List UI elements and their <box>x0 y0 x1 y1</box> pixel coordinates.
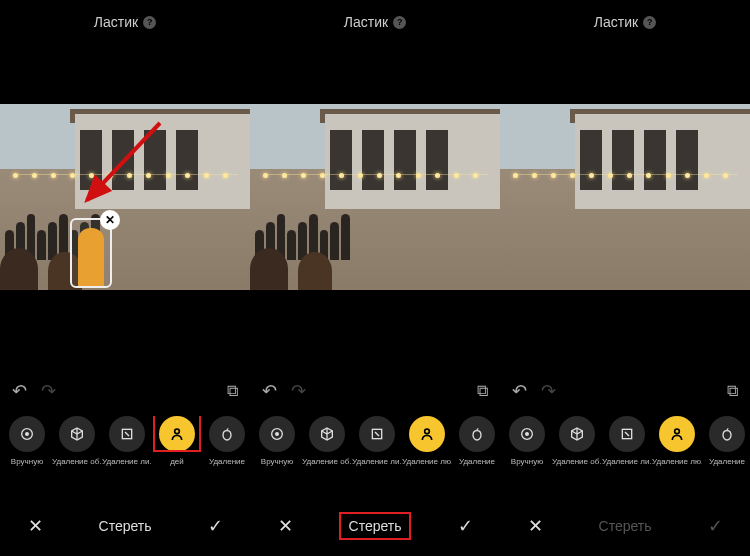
cancel-button[interactable]: ✕ <box>520 515 550 537</box>
cube-icon <box>559 416 595 452</box>
person-icon <box>159 416 195 452</box>
box-arrow-icon <box>609 416 645 452</box>
box-arrow-icon <box>109 416 145 452</box>
apple-icon <box>709 416 745 452</box>
photo-canvas[interactable]: ✕ <box>0 104 250 290</box>
tool-label: Удаление ли... <box>102 457 152 466</box>
tool-label: Удаление ли... <box>352 457 402 466</box>
tool-objects[interactable]: Удаление об... <box>554 416 600 466</box>
header: Ластик? <box>500 0 750 44</box>
edit-controls: ↶ ↷ ⧉ <box>500 380 750 402</box>
tool-lines[interactable]: Удаление ли... <box>354 416 400 466</box>
tool-label: Удаление лю... <box>402 457 452 466</box>
tool-label: Вручную <box>261 457 293 466</box>
edit-controls: ↶ ↷ ⧉ <box>0 380 250 402</box>
apple-icon <box>459 416 495 452</box>
panel-3: Ластик? ↶ ↷ ⧉ Вручную Удаление об... Уда… <box>500 0 750 556</box>
page-title: Ластик <box>594 14 638 30</box>
undo-icon[interactable]: ↶ <box>262 380 277 402</box>
tool-remove[interactable]: Удаление <box>204 416 250 466</box>
redo-icon[interactable]: ↷ <box>41 380 56 402</box>
apple-icon <box>209 416 245 452</box>
undo-icon[interactable]: ↶ <box>12 380 27 402</box>
tool-objects[interactable]: Удаление об... <box>304 416 350 466</box>
svg-point-4 <box>175 429 180 434</box>
tool-label: Удаление об... <box>302 457 352 466</box>
svg-point-6 <box>276 433 279 436</box>
svg-point-2 <box>26 433 29 436</box>
tool-lines[interactable]: Удаление ли... <box>604 416 650 466</box>
erase-button[interactable]: Стереть <box>91 514 160 538</box>
compare-icon[interactable]: ⧉ <box>477 382 488 400</box>
confirm-button[interactable]: ✓ <box>450 515 480 537</box>
cube-icon <box>309 416 345 452</box>
tool-label: Удаление <box>209 457 245 466</box>
page-title: Ластик <box>344 14 388 30</box>
tool-manual[interactable]: Вручную <box>4 416 50 466</box>
help-icon[interactable]: ? <box>393 16 406 29</box>
panel-1: Ластик? ✕ ↶ ↷ ⧉ Вручную Удаление об... У… <box>0 0 250 556</box>
photo-canvas[interactable] <box>500 104 750 290</box>
tool-label: Удаление ли... <box>602 457 652 466</box>
erase-button[interactable]: Стереть <box>339 512 412 540</box>
tool-label: Вручную <box>11 457 43 466</box>
target-icon <box>9 416 45 452</box>
tool-objects[interactable]: Удаление об... <box>54 416 100 466</box>
compare-icon[interactable]: ⧉ <box>227 382 238 400</box>
tool-tray: Вручную Удаление об... Удаление ли... де… <box>0 416 250 492</box>
cancel-button[interactable]: ✕ <box>270 515 300 537</box>
tool-lines[interactable]: Удаление ли... <box>104 416 150 466</box>
person-icon <box>409 416 445 452</box>
close-icon[interactable]: ✕ <box>100 210 120 230</box>
tool-label: дей <box>170 457 184 466</box>
tool-tray: Вручную Удаление об... Удаление ли... Уд… <box>500 416 750 492</box>
header: Ластик? <box>0 0 250 44</box>
help-icon[interactable]: ? <box>643 16 656 29</box>
photo-canvas[interactable] <box>250 104 500 290</box>
tool-people[interactable]: Удаление лю... <box>654 416 700 466</box>
selection-box[interactable]: ✕ <box>70 218 112 288</box>
tool-label: Удаление об... <box>52 457 102 466</box>
redo-icon[interactable]: ↷ <box>541 380 556 402</box>
undo-icon[interactable]: ↶ <box>512 380 527 402</box>
tool-people[interactable]: Удаление лю... <box>404 416 450 466</box>
page-title: Ластик <box>94 14 138 30</box>
tool-manual[interactable]: Вручную <box>504 416 550 466</box>
confirm-button[interactable]: ✓ <box>200 515 230 537</box>
cube-icon <box>59 416 95 452</box>
panel-2: Ластик? ↶ ↷ ⧉ Вручную Удаление об... Уда… <box>250 0 500 556</box>
target-icon <box>509 416 545 452</box>
tool-manual[interactable]: Вручную <box>254 416 300 466</box>
box-arrow-icon <box>359 416 395 452</box>
svg-point-8 <box>425 429 430 434</box>
tool-label: Удаление лю... <box>652 457 702 466</box>
tool-label: Удаление об... <box>552 457 602 466</box>
svg-point-12 <box>675 429 680 434</box>
bottom-bar: ✕Стереть✓ <box>500 506 750 546</box>
compare-icon[interactable]: ⧉ <box>727 382 738 400</box>
tool-label: Вручную <box>511 457 543 466</box>
bottom-bar: ✕Стереть✓ <box>0 506 250 546</box>
svg-point-10 <box>526 433 529 436</box>
tool-label: Удаление <box>709 457 745 466</box>
header: Ластик? <box>250 0 500 44</box>
tool-label: Удаление <box>459 457 495 466</box>
tool-tray: Вручную Удаление об... Удаление ли... Уд… <box>250 416 500 492</box>
edit-controls: ↶ ↷ ⧉ <box>250 380 500 402</box>
bottom-bar: ✕Стереть✓ <box>250 506 500 546</box>
tool-remove[interactable]: Удаление <box>454 416 500 466</box>
tool-remove[interactable]: Удаление <box>704 416 750 466</box>
erase-button: Стереть <box>591 514 660 538</box>
person-icon <box>659 416 695 452</box>
tool-people[interactable]: дей <box>154 416 200 466</box>
target-icon <box>259 416 295 452</box>
redo-icon[interactable]: ↷ <box>291 380 306 402</box>
cancel-button[interactable]: ✕ <box>20 515 50 537</box>
confirm-button: ✓ <box>700 515 730 537</box>
help-icon[interactable]: ? <box>143 16 156 29</box>
